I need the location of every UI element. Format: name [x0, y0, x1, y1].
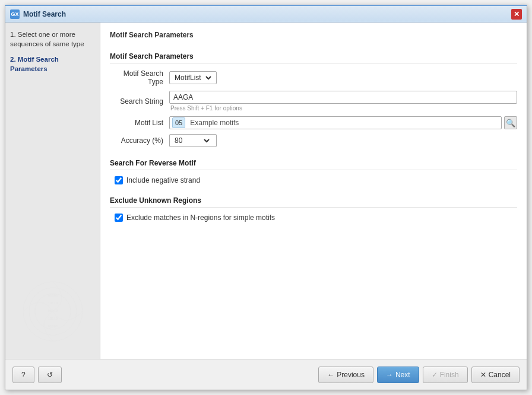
- search-string-hint: Press Shift + F1 for options: [169, 105, 517, 112]
- section-title-params: Motif Search Parameters: [110, 52, 517, 63]
- section-title-reverse: Search For Reverse Motif: [110, 159, 517, 170]
- app-icon: GX: [10, 9, 20, 19]
- section-title-exclude: Exclude Unknown Regions: [110, 196, 517, 208]
- next-button[interactable]: → Next: [377, 367, 419, 383]
- motif-list-input-row: 05 Example motifs 🔍: [169, 116, 517, 129]
- svg-text:10110: 10110: [48, 317, 58, 320]
- reset-button[interactable]: ↺: [38, 367, 62, 383]
- sidebar-item-step1[interactable]: 1. Select one or more sequences of same …: [10, 30, 95, 49]
- motif-search-type-select-wrapper[interactable]: MotifList String Regexp: [169, 71, 217, 84]
- svg-text:01001: 01001: [48, 294, 58, 297]
- watermark: 01001 10110 01010 10110 01001: [17, 276, 88, 347]
- motif-list-tag: 05: [172, 117, 185, 128]
- exclude-n-regions-checkbox[interactable]: [115, 214, 123, 222]
- finish-label: Finish: [440, 371, 459, 379]
- main-content: 1. Select one or more sequences of same …: [5, 23, 527, 359]
- include-negative-strand-checkbox[interactable]: [115, 176, 123, 184]
- motif-search-type-select[interactable]: MotifList String Regexp: [170, 72, 213, 84]
- next-icon: →: [386, 371, 393, 379]
- accuracy-control: 70 75 80 85 90 95 100: [169, 134, 517, 147]
- accuracy-select-wrapper[interactable]: 70 75 80 85 90 95 100: [169, 134, 217, 147]
- motif-list-row: Motif List 05 Example motifs 🔍: [110, 116, 517, 129]
- motif-search-type-row: Motif Search Type MotifList String Regex…: [110, 69, 517, 86]
- exclude-n-regions-label: Exclude matches in N-regions for simple …: [126, 214, 275, 222]
- footer: ? ↺ ← Previous → Next ✓ Finish ✕ Cancel: [5, 359, 527, 390]
- cancel-label: Cancel: [489, 371, 511, 379]
- previous-icon: ←: [327, 371, 334, 379]
- main-window: GX Motif Search ✕ 1. Select one or more …: [5, 5, 527, 390]
- close-button[interactable]: ✕: [511, 9, 522, 20]
- motif-list-value: Example motifs: [190, 119, 239, 127]
- accuracy-label: Accuracy (%): [110, 136, 169, 145]
- include-negative-strand-row: Include negative strand: [110, 176, 517, 184]
- accuracy-select[interactable]: 70 75 80 85 90 95 100: [170, 135, 211, 146]
- footer-left-buttons: ? ↺: [12, 367, 62, 383]
- cancel-icon: ✕: [480, 371, 486, 379]
- window-title: Motif Search: [23, 10, 511, 18]
- motif-list-label: Motif List: [110, 119, 169, 127]
- search-string-input[interactable]: [169, 91, 517, 104]
- exclude-unknown-section: Exclude Unknown Regions Exclude matches …: [110, 196, 517, 222]
- search-string-label: Search String: [110, 97, 169, 106]
- motif-search-type-control: MotifList String Regexp: [169, 71, 517, 84]
- accuracy-row: Accuracy (%) 70 75 80 85 90 95 100: [110, 134, 517, 147]
- content-panel: Motif Search Parameters Motif Search Par…: [100, 23, 527, 359]
- sidebar: 1. Select one or more sequences of same …: [5, 23, 100, 359]
- motif-search-params-section: Motif Search Parameters Motif Search Typ…: [110, 52, 517, 147]
- reverse-motif-section: Search For Reverse Motif Include negativ…: [110, 159, 517, 184]
- motif-list-browse-button[interactable]: 🔍: [504, 116, 517, 129]
- help-button[interactable]: ?: [12, 367, 34, 383]
- sidebar-item-step2[interactable]: 2. Motif Search Parameters: [10, 55, 95, 74]
- footer-right-buttons: ← Previous → Next ✓ Finish ✕ Cancel: [318, 367, 520, 383]
- motif-search-type-label: Motif Search Type: [110, 69, 169, 86]
- include-negative-strand-label: Include negative strand: [126, 176, 200, 184]
- search-string-row: Search String Press Shift + F1 for optio…: [110, 91, 517, 112]
- panel-title: Motif Search Parameters: [110, 31, 517, 43]
- search-string-control: Press Shift + F1 for options: [169, 91, 517, 112]
- svg-text:10110: 10110: [48, 301, 58, 305]
- exclude-n-regions-row: Exclude matches in N-regions for simple …: [110, 214, 517, 222]
- motif-list-field[interactable]: 05 Example motifs: [169, 116, 502, 129]
- svg-text:01001: 01001: [48, 324, 58, 328]
- finish-button[interactable]: ✓ Finish: [423, 367, 468, 383]
- next-label: Next: [395, 371, 410, 379]
- finish-icon: ✓: [432, 371, 438, 379]
- titlebar: GX Motif Search ✕: [5, 6, 527, 23]
- cancel-button[interactable]: ✕ Cancel: [471, 367, 520, 383]
- previous-label: Previous: [337, 371, 365, 379]
- motif-list-control: 05 Example motifs 🔍: [169, 116, 517, 129]
- previous-button[interactable]: ← Previous: [318, 367, 373, 383]
